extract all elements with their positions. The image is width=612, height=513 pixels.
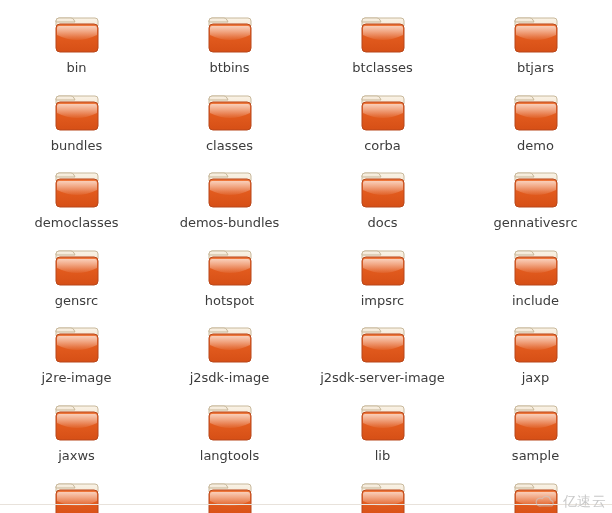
folder-label: bundles [51, 138, 102, 154]
folder-item[interactable]: docs [306, 167, 459, 231]
folder-label: gensrc [55, 293, 98, 309]
folder-label: langtools [200, 448, 259, 464]
folder-icon [206, 12, 254, 56]
folder-item[interactable]: btjars [459, 12, 612, 76]
folder-label: j2sdk-image [190, 370, 270, 386]
folder-label: democlasses [35, 215, 119, 231]
folder-item[interactable]: lib [306, 400, 459, 464]
folder-icon [206, 167, 254, 211]
folder-label: corba [364, 138, 401, 154]
folder-item[interactable]: gennativesrc [459, 167, 612, 231]
divider [0, 504, 612, 505]
folder-icon [53, 167, 101, 211]
folder-icon [53, 245, 101, 289]
folder-icon [206, 322, 254, 366]
folder-label: gennativesrc [493, 215, 577, 231]
folder-item[interactable]: demo [459, 90, 612, 154]
folder-icon [53, 90, 101, 134]
folder-item[interactable]: sample [459, 400, 612, 464]
folder-item[interactable] [153, 478, 306, 513]
folder-item[interactable]: bin [0, 12, 153, 76]
folder-icon [512, 167, 560, 211]
folder-icon [359, 400, 407, 444]
folder-item[interactable] [306, 478, 459, 513]
folder-icon [53, 478, 101, 513]
folder-item[interactable]: btclasses [306, 12, 459, 76]
folder-item[interactable]: impsrc [306, 245, 459, 309]
folder-icon [206, 245, 254, 289]
folder-label: j2sdk-server-image [320, 370, 445, 386]
folder-icon [359, 478, 407, 513]
folder-icon [512, 12, 560, 56]
folder-label: include [512, 293, 559, 309]
folder-icon [512, 400, 560, 444]
folder-item[interactable]: include [459, 245, 612, 309]
folder-label: lib [375, 448, 390, 464]
folder-icon [53, 400, 101, 444]
folder-icon [206, 478, 254, 513]
folder-item[interactable]: j2sdk-image [153, 322, 306, 386]
folder-icon [206, 400, 254, 444]
folder-grid: bin btbins [0, 0, 612, 513]
folder-label: impsrc [361, 293, 405, 309]
folder-item[interactable]: j2re-image [0, 322, 153, 386]
folder-item[interactable]: bundles [0, 90, 153, 154]
watermark: 亿速云 [533, 493, 607, 511]
folder-item[interactable]: btbins [153, 12, 306, 76]
folder-label: jaxws [58, 448, 95, 464]
folder-label: docs [367, 215, 397, 231]
folder-item[interactable]: gensrc [0, 245, 153, 309]
folder-label: j2re-image [41, 370, 111, 386]
folder-label: demos-bundles [180, 215, 280, 231]
folder-icon [53, 322, 101, 366]
folder-icon [359, 245, 407, 289]
folder-icon [53, 12, 101, 56]
watermark-text: 亿速云 [563, 493, 607, 511]
folder-item[interactable]: jaxws [0, 400, 153, 464]
folder-item[interactable]: classes [153, 90, 306, 154]
folder-label: hotspot [205, 293, 254, 309]
folder-label: jaxp [522, 370, 550, 386]
folder-label: classes [206, 138, 253, 154]
folder-icon [512, 322, 560, 366]
cloud-icon [533, 494, 559, 510]
folder-icon [359, 12, 407, 56]
folder-item[interactable]: j2sdk-server-image [306, 322, 459, 386]
folder-item[interactable]: corba [306, 90, 459, 154]
folder-item[interactable] [0, 478, 153, 513]
folder-icon [512, 245, 560, 289]
folder-item[interactable]: langtools [153, 400, 306, 464]
folder-icon [359, 322, 407, 366]
folder-icon [359, 90, 407, 134]
folder-item[interactable]: democlasses [0, 167, 153, 231]
folder-label: sample [512, 448, 559, 464]
folder-label: btclasses [352, 60, 412, 76]
folder-item[interactable]: demos-bundles [153, 167, 306, 231]
folder-icon [206, 90, 254, 134]
folder-item[interactable]: hotspot [153, 245, 306, 309]
folder-label: btbins [209, 60, 249, 76]
folder-label: demo [517, 138, 554, 154]
folder-label: btjars [517, 60, 554, 76]
folder-icon [512, 90, 560, 134]
folder-item[interactable]: jaxp [459, 322, 612, 386]
folder-label: bin [66, 60, 86, 76]
folder-icon [359, 167, 407, 211]
